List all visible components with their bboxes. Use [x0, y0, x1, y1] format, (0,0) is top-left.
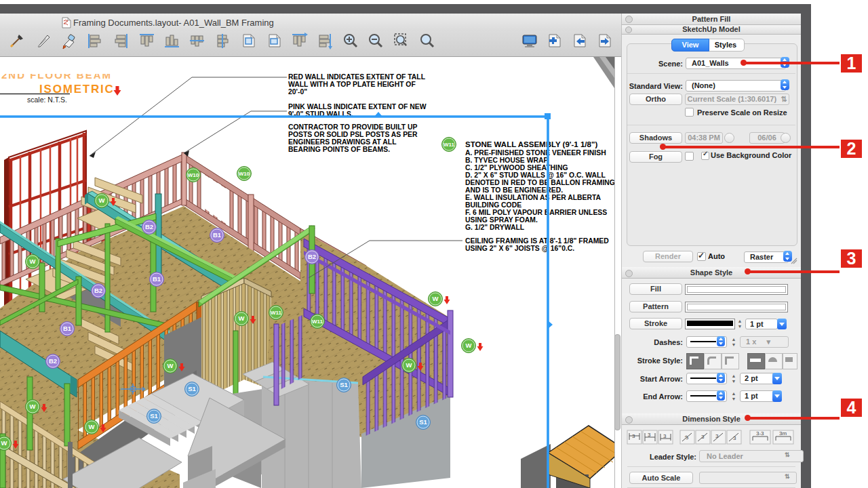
svg-text:E. WALL INSULATION AS PER ALBE: E. WALL INSULATION AS PER ALBERTA	[465, 194, 601, 201]
svg-text:B1: B1	[213, 231, 222, 239]
svg-text:B2: B2	[49, 357, 57, 365]
svg-text:S1: S1	[150, 412, 158, 420]
svg-text:W: W	[30, 403, 36, 410]
svg-text:S1: S1	[419, 418, 427, 426]
svg-text:W10: W10	[188, 172, 199, 178]
svg-text:WALL WITH A TOP PLATE HEIGHT O: WALL WITH A TOP PLATE HEIGHT OF	[288, 81, 416, 88]
svg-text:3-3: 3-3	[756, 430, 764, 436]
svg-text:G. 1/2" DRYWALL: G. 1/2" DRYWALL	[465, 224, 525, 231]
svg-text:B2: B2	[94, 287, 102, 294]
svg-text:W11: W11	[312, 319, 323, 325]
svg-text:W10: W10	[239, 171, 250, 177]
svg-text:W: W	[239, 314, 245, 322]
svg-text:RED WALL INDICATES EXTENT OF T: RED WALL INDICATES EXTENT OF TALL	[288, 73, 426, 81]
svg-text:W: W	[466, 342, 472, 349]
svg-text:W: W	[406, 361, 412, 369]
svg-text:W11: W11	[443, 142, 455, 148]
svg-text:3: 3	[715, 433, 719, 439]
svg-text:D. 2" X 6" STUD WALLS @ 16" O.: D. 2" X 6" STUD WALLS @ 16" O.C. WALL	[465, 171, 606, 179]
svg-text:3m: 3m	[779, 430, 787, 436]
svg-text:USING 2" X 6" JOISTS @ 16"0.C.: USING 2" X 6" JOISTS @ 16"0.C.	[465, 245, 574, 252]
svg-text:PINK WALLS INDICATE EXTENT OF: PINK WALLS INDICATE EXTENT OF NEW	[288, 103, 427, 110]
svg-text:B1: B1	[63, 325, 72, 332]
svg-text:W: W	[30, 258, 36, 265]
svg-text:scale: N.T.S.: scale: N.T.S.	[27, 96, 67, 104]
svg-text:B. TYVEC HOUSE WRAP: B. TYVEC HOUSE WRAP	[465, 157, 548, 164]
svg-text:B1: B1	[153, 275, 161, 283]
svg-text:W: W	[433, 295, 439, 302]
svg-text:3: 3	[648, 432, 651, 438]
svg-text:W: W	[99, 197, 105, 204]
svg-text:BUILDING CODE: BUILDING CODE	[465, 201, 521, 209]
svg-text:DENOTED IN RED TO BE BALLON FR: DENOTED IN RED TO BE BALLON FRAMING	[465, 179, 614, 186]
svg-text:3: 3	[701, 434, 705, 440]
svg-text:POSTS OR SOLID PSL POSTS AS PE: POSTS OR SOLID PSL POSTS AS PER	[288, 131, 418, 138]
svg-text:S1: S1	[188, 385, 196, 392]
svg-text:F. 6 MIL POLY VAPOUR BARRIER U: F. 6 MIL POLY VAPOUR BARRIER UNLESS	[465, 209, 607, 216]
svg-text:C. 1/2" PLYWOOD SHEATHING: C. 1/2" PLYWOOD SHEATHING	[465, 164, 568, 171]
svg-text:S1: S1	[340, 381, 348, 388]
svg-text:20'-0": 20'-0"	[288, 88, 307, 96]
svg-text:ENGINEERS DRAWINGS AT ALL: ENGINEERS DRAWINGS AT ALL	[288, 138, 397, 146]
svg-text:3: 3	[663, 433, 667, 439]
svg-text:CONTRACTOR TO PROVIDE BUILT UP: CONTRACTOR TO PROVIDE BUILT UP	[288, 123, 418, 131]
svg-text:W: W	[167, 362, 174, 369]
svg-text:USING SPRAY FOAM.: USING SPRAY FOAM.	[465, 216, 538, 224]
svg-text:3: 3	[632, 433, 635, 439]
svg-text:3: 3	[733, 435, 736, 441]
svg-text:W11: W11	[271, 310, 282, 316]
svg-text:B2: B2	[145, 223, 153, 230]
svg-text:B2: B2	[308, 253, 316, 260]
svg-text:CEILING FRAMING IS AT 8'-1 1/8: CEILING FRAMING IS AT 8'-1 1/8" FRAMED	[465, 237, 609, 245]
svg-text:W: W	[89, 423, 95, 430]
svg-text:BEARING POINTS OF BEAMS.: BEARING POINTS OF BEAMS.	[288, 146, 390, 153]
svg-text:A. PRE-FINISHED STONE VENEER F: A. PRE-FINISHED STONE VENEER FINISH	[465, 149, 606, 157]
svg-text:STONE WALL ASSEMBLY (9'-1 1/8": STONE WALL ASSEMBLY (9'-1 1/8")	[465, 140, 597, 148]
svg-text:W: W	[1, 439, 7, 447]
